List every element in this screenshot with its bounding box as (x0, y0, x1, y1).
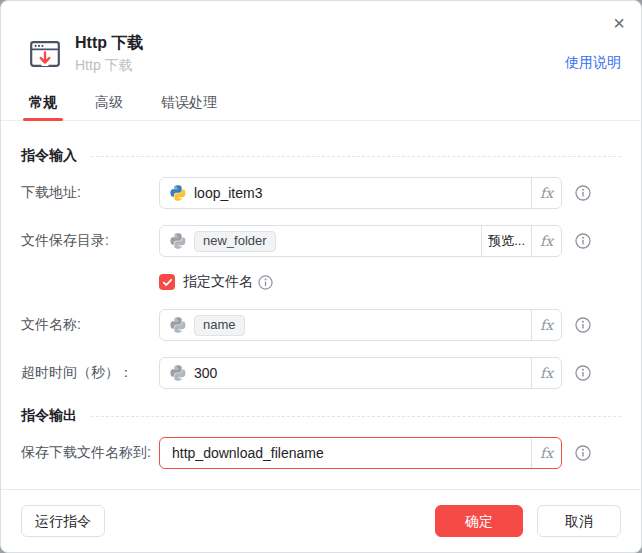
save-dir-label: 文件保存目录: (21, 232, 159, 250)
fx-expression-button[interactable]: fx (531, 358, 561, 388)
info-icon[interactable] (575, 185, 591, 201)
file-name-input[interactable]: name fx (159, 309, 562, 341)
file-name-label: 文件名称: (21, 316, 159, 334)
check-icon (162, 277, 173, 288)
close-icon[interactable]: × (613, 13, 625, 33)
section-divider (91, 416, 621, 417)
python-icon (170, 185, 186, 201)
preview-button[interactable]: 预览... (481, 226, 531, 256)
section-divider (91, 156, 621, 157)
info-icon[interactable] (575, 317, 591, 333)
dialog-subtitle: Http 下载 (75, 57, 565, 73)
row-download-url: 下载地址: loop_item3 fx (21, 177, 621, 209)
timeout-label: 超时时间（秒）： (21, 364, 159, 382)
help-link[interactable]: 使用说明 (565, 54, 621, 73)
header-titles: Http 下载 Http 下载 (75, 34, 565, 73)
tab-advanced[interactable]: 高级 (89, 88, 129, 120)
section-input-title: 指令输入 (21, 147, 77, 165)
run-instruction-button[interactable]: 运行指令 (21, 505, 105, 537)
tab-general[interactable]: 常规 (23, 88, 63, 120)
info-icon[interactable] (575, 365, 591, 381)
timeout-value: 300 (194, 365, 217, 381)
variable-chip: new_folder (194, 231, 276, 252)
specify-filename-checkbox[interactable] (159, 274, 175, 290)
info-icon[interactable] (575, 233, 591, 249)
row-specify-filename: 指定文件名 (159, 273, 621, 291)
dialog-body: 指令输入 下载地址: loop_item3 fx 文件保存目录: new_fol… (1, 121, 641, 489)
save-dir-input[interactable]: new_folder 预览... fx (159, 225, 562, 257)
row-output-var: 保存下载文件名称到: http_download_filename fx (21, 437, 621, 469)
timeout-input[interactable]: 300 fx (159, 357, 562, 389)
section-output: 指令输出 (21, 407, 621, 425)
row-timeout: 超时时间（秒）： 300 fx (21, 357, 621, 389)
tab-error-handling[interactable]: 错误处理 (155, 88, 223, 120)
download-url-label: 下载地址: (21, 184, 159, 202)
output-var-value: http_download_filename (172, 445, 324, 461)
fx-expression-button[interactable]: fx (531, 438, 561, 468)
tab-bar: 常规 高级 错误处理 (1, 88, 641, 121)
fx-expression-button[interactable]: fx (531, 178, 561, 208)
output-var-input[interactable]: http_download_filename fx (159, 437, 562, 469)
http-download-icon (28, 37, 62, 71)
cancel-button[interactable]: 取消 (537, 505, 621, 537)
info-icon[interactable] (258, 275, 273, 290)
ok-button[interactable]: 确定 (435, 505, 523, 537)
python-icon (170, 365, 186, 381)
download-url-input[interactable]: loop_item3 fx (159, 177, 562, 209)
python-icon (170, 317, 186, 333)
dialog-title: Http 下载 (75, 34, 565, 52)
output-var-label: 保存下载文件名称到: (21, 444, 159, 462)
dialog-footer: 运行指令 确定 取消 (1, 489, 641, 552)
info-icon[interactable] (575, 445, 591, 461)
specify-filename-label: 指定文件名 (183, 273, 253, 291)
python-icon (170, 233, 186, 249)
http-download-dialog: × Http 下载 Http 下载 使用说明 常规 高级 错误处理 指令输入 下… (0, 0, 642, 553)
fx-expression-button[interactable]: fx (531, 310, 561, 340)
dialog-header: Http 下载 Http 下载 使用说明 (1, 1, 641, 73)
row-file-name: 文件名称: name fx (21, 309, 621, 341)
row-save-dir: 文件保存目录: new_folder 预览... fx (21, 225, 621, 257)
fx-expression-button[interactable]: fx (531, 226, 561, 256)
download-url-value: loop_item3 (194, 185, 263, 201)
variable-chip: name (194, 315, 245, 336)
section-output-title: 指令输出 (21, 407, 77, 425)
section-input: 指令输入 (21, 147, 621, 165)
